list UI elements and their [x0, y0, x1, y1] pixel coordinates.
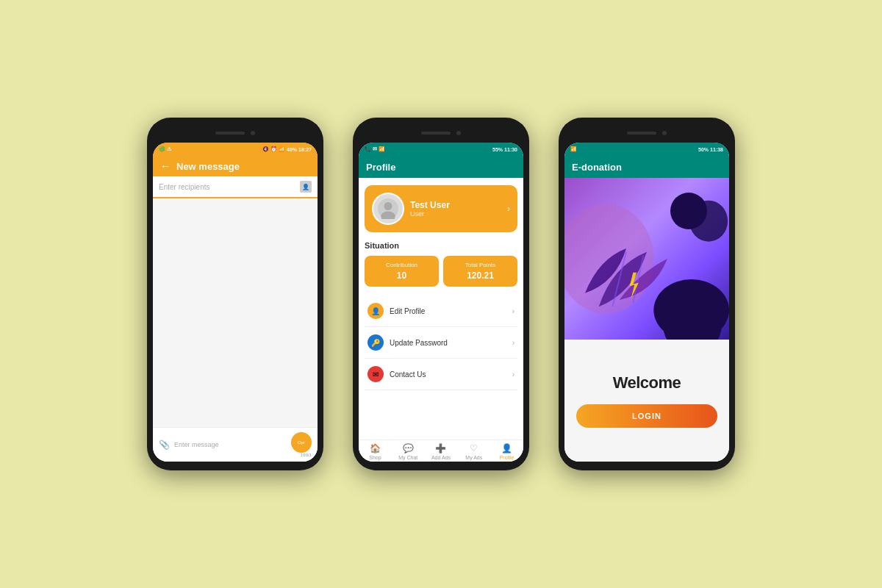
avatar-svg	[378, 198, 398, 219]
time-display-3: 11:38	[710, 147, 723, 152]
points-card: Total Points 120.21	[443, 256, 517, 287]
update-password-label: Update Password	[390, 339, 506, 347]
message-input[interactable]: Enter message	[174, 441, 287, 448]
alarm-icon: ⏰	[270, 146, 277, 152]
send-icon: Орг	[298, 440, 305, 445]
warning-icon: ⚠	[167, 146, 171, 152]
send-button[interactable]: Орг	[291, 432, 312, 453]
points-label: Total Points	[449, 262, 512, 268]
attach-icon[interactable]: 📎	[159, 440, 170, 450]
wifi-icon: 📶	[379, 146, 385, 152]
status2-right-icons: 55% 11:30	[492, 147, 517, 152]
status3-left-icons: 📶	[570, 146, 577, 152]
edit-profile-label: Edit Profile	[390, 307, 506, 315]
speaker-2	[421, 132, 451, 135]
msg-icon: ✉	[373, 146, 377, 152]
svg-point-6	[653, 279, 729, 340]
time-display-2: 11:30	[504, 147, 517, 152]
avatar-inner	[373, 194, 403, 223]
message-toolbar: ← New message	[153, 156, 318, 176]
camera-3	[662, 131, 667, 135]
shop-label: Shop	[369, 455, 381, 460]
recipients-bar: Enter recipients 👤	[153, 176, 318, 198]
situation-title: Situation	[365, 241, 517, 250]
login-button[interactable]: LOGIN	[576, 404, 717, 428]
phone-3-notch	[564, 126, 729, 140]
time-display: 18:27	[298, 147, 312, 152]
char-counter: 160/1	[301, 453, 312, 457]
welcome-section: Welcome LOGIN	[564, 340, 729, 462]
user-card-arrow-icon[interactable]: ›	[507, 204, 510, 214]
welcome-text: Welcome	[613, 373, 681, 392]
username: Test User	[410, 200, 501, 210]
toolbar-title: New message	[176, 161, 240, 172]
edit-profile-icon: 👤	[368, 303, 384, 319]
nav-my-ads[interactable]: ♡ My Ads	[457, 443, 490, 460]
edit-profile-chevron-icon: ›	[512, 307, 514, 315]
profile-body: Test User User › Situation Contribution …	[359, 178, 523, 440]
phone3-signal-icon: 📶	[570, 146, 577, 152]
update-password-chevron-icon: ›	[512, 339, 514, 347]
phone-1-notch	[153, 126, 318, 140]
contribution-value: 10	[370, 270, 433, 281]
profile-nav-icon: 👤	[501, 443, 512, 453]
speaker-3	[627, 132, 656, 135]
battery-2-icon: 55%	[492, 147, 503, 152]
contribution-card: Contribution 10	[365, 256, 439, 287]
nav-profile[interactable]: 👤 Profile	[490, 443, 523, 460]
add-ads-label: Add Ads	[431, 455, 451, 460]
camera	[251, 131, 255, 135]
recipients-input[interactable]: Enter recipients	[159, 183, 300, 191]
signal-icon: 📶	[279, 146, 285, 152]
shop-icon: 🏠	[370, 443, 381, 453]
chat-icon: 💬	[403, 443, 414, 453]
nav-my-chat[interactable]: 💬 My Chat	[392, 443, 425, 460]
avatar	[372, 193, 404, 225]
phone-2-notch	[359, 126, 523, 140]
profile-toolbar-title: Profile	[366, 162, 395, 173]
nav-shop[interactable]: 🏠 Shop	[359, 443, 392, 460]
battery-3-icon: 50%	[698, 147, 709, 152]
battery-icon: 40%	[287, 147, 297, 152]
phone-3-status-bar: 📶 50% 11:38	[564, 143, 729, 156]
bottom-nav: 🏠 Shop 💬 My Chat ➕ Add Ads ♡ My Ads 👤 Pr…	[359, 440, 523, 462]
status3-right-icons: 50% 11:38	[698, 147, 723, 152]
update-password-item[interactable]: 🔑 Update Password ›	[365, 327, 517, 359]
contribution-label: Contribution	[370, 262, 433, 268]
camera-2	[456, 131, 461, 135]
phone-1-status-bar: 🟢 ⚠ 🔇 ⏰ 📶 40% 18:27	[153, 143, 318, 156]
user-info: Test User User	[410, 200, 501, 218]
status-left-icons: 🟢 ⚠	[159, 146, 171, 152]
situation-cards: Contribution 10 Total Points 120.21	[365, 256, 517, 287]
hero-illustration	[564, 178, 729, 340]
phone-2: 📞 ✉ 📶 55% 11:30 Profile	[353, 118, 529, 470]
user-card[interactable]: Test User User ›	[365, 185, 517, 232]
nav-add-ads[interactable]: ➕ Add Ads	[425, 443, 458, 460]
mute-icon: 🔇	[262, 146, 269, 152]
back-button[interactable]: ←	[160, 160, 171, 172]
add-ads-icon: ➕	[435, 443, 446, 453]
phone-2-status-bar: 📞 ✉ 📶 55% 11:30	[359, 143, 523, 156]
contact-icon[interactable]: 👤	[300, 181, 312, 193]
edonation-toolbar: E-donation	[564, 156, 729, 178]
points-value: 120.21	[449, 270, 512, 281]
contact-us-icon: ✉	[368, 366, 384, 382]
phone-3: 📶 50% 11:38 E-donation	[559, 118, 735, 470]
whatsapp-icon: 🟢	[159, 146, 165, 152]
status-right-icons: 🔇 ⏰ 📶 40% 18:27	[262, 146, 312, 152]
phone-1: 🟢 ⚠ 🔇 ⏰ 📶 40% 18:27 ← New message Enter …	[147, 118, 323, 470]
my-ads-label: My Ads	[465, 455, 482, 460]
my-ads-icon: ♡	[470, 443, 478, 453]
update-password-icon: 🔑	[368, 334, 384, 351]
svg-point-7	[689, 201, 728, 242]
edit-profile-item[interactable]: 👤 Edit Profile ›	[365, 295, 517, 327]
message-footer: 📎 Enter message Орг 160/1	[153, 427, 318, 462]
edonation-toolbar-title: E-donation	[572, 162, 622, 173]
chat-label: My Chat	[398, 455, 417, 460]
contact-us-label: Contact Us	[390, 370, 506, 379]
status2-left-icons: 📞 ✉ 📶	[365, 146, 385, 152]
profile-nav-label: Profile	[500, 455, 514, 460]
phone-3-screen: 📶 50% 11:38 E-donation	[564, 143, 729, 462]
phone-1-screen: 🟢 ⚠ 🔇 ⏰ 📶 40% 18:27 ← New message Enter …	[153, 143, 318, 462]
contact-us-item[interactable]: ✉ Contact Us ›	[365, 359, 517, 390]
